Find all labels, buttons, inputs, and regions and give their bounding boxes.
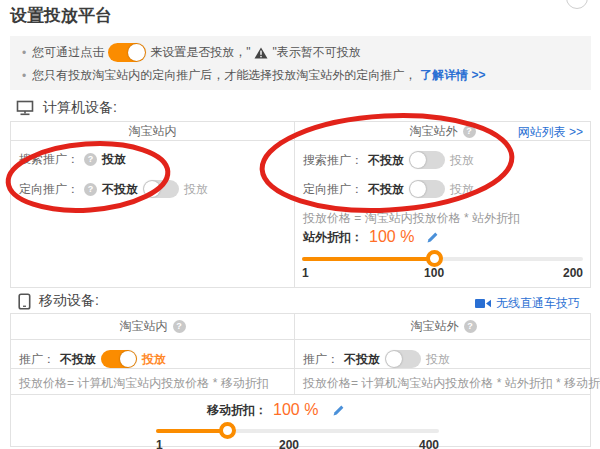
slider-min-label: 1 [156,438,163,449]
onsite-column-header: 淘宝站内 ? [11,314,294,339]
computer-icon [16,100,35,116]
offsite-price-formula: 投放价格 = 淘宝站内投放价格 * 站外折扣 [303,210,520,227]
example-toggle[interactable] [108,43,146,62]
mobile-section-title: 移动设备: [39,292,99,310]
slider-thumb[interactable] [219,422,236,439]
computer-offsite-search-row: 搜索推广： 不投放 投放 [303,151,474,169]
help-icon[interactable]: ? [463,125,476,138]
computer-offsite-targeted-row: 定向推广： 不投放 投放 [303,180,474,198]
slider-mid-label: 100 [424,266,444,280]
offsite-header-label: 淘宝站外 [411,318,459,335]
notice-text: 您只有投放淘宝站内的定向推广后，才能选择投放淘宝站外的定向推广， [32,67,416,84]
warning-icon [254,47,268,59]
slider-fill [302,257,434,261]
mobile-table: 淘宝站内 ? 淘宝站外 ? 推广： 不投放 投放 推广： 不投放 投放 投放价格… [10,313,591,447]
notice-text: "表示暂不可投放 [272,44,360,61]
mobile-offsite-formula: 投放价格= 计算机淘宝站内投放价格 * 站外折扣 * 移动折扣 [303,375,600,392]
slider-thumb[interactable] [426,250,443,267]
notice-text: 来设置是否投放，" [150,44,250,61]
row-label: 推广： [19,351,55,368]
mobile-onsite-promo-row: 推广： 不投放 投放 [19,350,166,368]
state-on-label: 投放 [426,351,450,368]
state-off-label: 不投放 [368,152,404,169]
computer-table: 淘宝站内 淘宝站外 ? 网站列表 >> 搜索推广： ? 投放 定向推广： ? 不… [10,121,591,288]
mobile-offsite-toggle[interactable] [385,350,421,368]
onsite-targeted-toggle[interactable] [143,180,179,198]
computer-section-heading: 计算机设备: [16,99,117,117]
discount-label: 移动折扣： [207,402,267,419]
state-off-label: 不投放 [102,181,138,198]
slider-max-label: 200 [563,266,583,280]
column-divider [294,122,295,287]
bullet-icon: • [22,69,26,83]
offsite-search-toggle[interactable] [409,151,445,169]
slider-mid-label: 200 [279,438,299,449]
computer-onsite-targeted-row: 定向推广： ? 不投放 投放 [19,180,208,198]
state-on-label: 投放 [450,152,474,169]
state-on-label: 投放 [184,181,208,198]
bullet-icon: • [22,46,26,60]
help-icon[interactable]: ? [84,183,97,196]
toggle-knob [120,351,136,367]
row-border [11,394,590,395]
discount-value: 100 % [273,401,318,419]
computer-table-header: 淘宝站内 淘宝站外 ? 网站列表 >> [11,122,590,141]
offsite-header-label: 淘宝站外 [410,123,458,140]
learn-more-link[interactable]: 了解详情 >> [420,67,485,84]
state-off-label: 不投放 [60,351,96,368]
mobile-discount-line: 移动折扣： 100 % [207,401,345,419]
toggle-knob [128,44,145,61]
offsite-targeted-toggle[interactable] [409,180,445,198]
toggle-knob [144,181,160,197]
state-off-label: 不投放 [368,181,404,198]
formula-text: 投放价格= 计算机淘宝站内投放价格 * 移动折扣 [19,375,269,392]
partial-corner-button[interactable] [566,0,588,9]
mobile-phone-icon [18,293,31,310]
row-label: 定向推广： [19,181,79,198]
mobile-slider-labels: 1 200 400 [156,438,439,449]
notice-line-2: • 您只有投放淘宝站内的定向推广后，才能选择投放淘宝站外的定向推广， 了解详情 … [22,67,486,84]
mobile-onsite-formula: 投放价格= 计算机淘宝站内投放价格 * 移动折扣 [19,375,269,392]
video-camera-icon [475,298,492,309]
notice-box: • 您可通过点击 来设置是否投放，" "表示暂不可投放 • 您只有投放淘宝站内的… [10,36,591,90]
row-label: 搜索推广： [303,152,363,169]
row-value: 投放 [102,151,126,168]
discount-value: 100 % [369,228,414,246]
computer-section-title: 计算机设备: [43,99,117,117]
edit-pencil-icon[interactable] [332,404,345,417]
help-icon[interactable]: ? [464,320,477,333]
mobile-section-heading: 移动设备: [18,292,99,310]
formula-text: 投放价格= 计算机淘宝站内投放价格 * 站外折扣 * 移动折扣 [303,375,600,392]
formula-text: 投放价格 = 淘宝站内投放价格 * 站外折扣 [303,210,520,227]
edit-pencil-icon[interactable] [426,231,439,244]
mobile-table-header: 淘宝站内 ? 淘宝站外 ? [11,314,590,340]
notice-line-1: • 您可通过点击 来设置是否投放，" "表示暂不可投放 [22,43,361,62]
slider-fill [156,429,227,433]
page-title: 设置投放平台 [10,4,112,27]
wireless-tips-link[interactable]: 无线直通车技巧 [475,295,580,312]
notice-text: 您可通过点击 [32,44,104,61]
onsite-column-header: 淘宝站内 [11,122,294,140]
offsite-discount-line: 站外折扣： 100 % [303,228,439,246]
discount-label: 站外折扣： [303,229,363,246]
placement-settings-panel: 设置投放平台 • 您可通过点击 来设置是否投放，" "表示暂不可投放 • 您只有… [0,0,600,449]
row-label: 定向推广： [303,181,363,198]
row-label: 搜索推广： [19,151,79,168]
row-label: 推广： [303,351,339,368]
offsite-column-header: 淘宝站外 ? [295,314,592,339]
toggle-knob [386,351,402,367]
offsite-discount-slider[interactable] [302,257,583,261]
wireless-tips-label: 无线直通车技巧 [496,295,580,312]
help-icon[interactable]: ? [84,153,97,166]
computer-onsite-search-row: 搜索推广： ? 投放 [19,151,126,168]
offsite-slider-labels: 1 100 200 [302,266,583,280]
slider-max-label: 400 [419,438,439,449]
toggle-knob [410,181,426,197]
onsite-header-label: 淘宝站内 [120,318,168,335]
mobile-onsite-toggle[interactable] [101,350,137,368]
mobile-discount-slider[interactable] [156,429,439,433]
onsite-header-label: 淘宝站内 [129,123,177,140]
site-list-link[interactable]: 网站列表 >> [518,124,583,141]
help-icon[interactable]: ? [173,320,186,333]
toggle-knob [410,152,426,168]
